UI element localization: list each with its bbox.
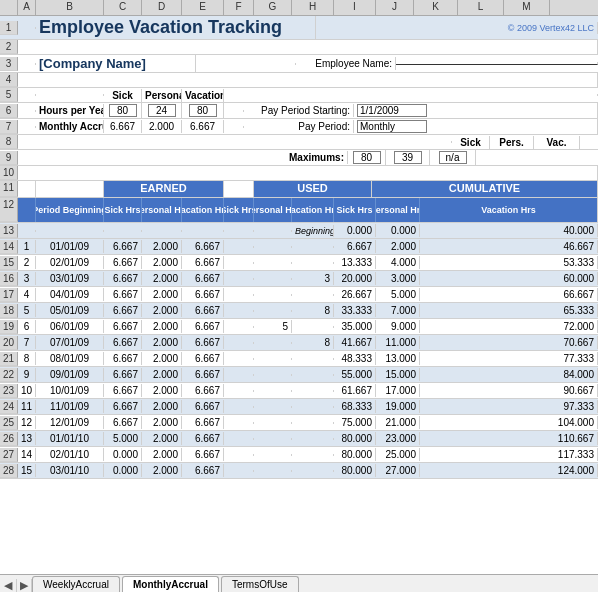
earned-vacation[interactable]: 6.667: [182, 448, 224, 461]
used-vacation[interactable]: [292, 374, 334, 376]
earned-sick[interactable]: 6.667: [104, 240, 142, 253]
used-sick[interactable]: [224, 438, 254, 440]
used-vacation[interactable]: [292, 294, 334, 296]
used-sick[interactable]: [224, 294, 254, 296]
used-personal[interactable]: [254, 374, 292, 376]
personal-hpy[interactable]: 24: [142, 103, 182, 118]
pay-period-starting-value[interactable]: 1/1/2009: [354, 103, 598, 118]
used-sick[interactable]: [224, 262, 254, 264]
earned-personal[interactable]: 2.000: [142, 272, 182, 285]
used-sick[interactable]: [224, 390, 254, 392]
period[interactable]: 06/01/09: [36, 320, 104, 333]
tab-termsofuse[interactable]: TermsOfUse: [221, 576, 299, 592]
used-sick[interactable]: [224, 246, 254, 248]
used-personal[interactable]: [254, 294, 292, 296]
used-personal[interactable]: [254, 262, 292, 264]
earned-sick[interactable]: 6.667: [104, 288, 142, 301]
tab-weeklyaccrual[interactable]: WeeklyAccrual: [32, 576, 120, 592]
used-sick[interactable]: [224, 422, 254, 424]
period[interactable]: 08/01/09: [36, 352, 104, 365]
earned-sick[interactable]: 0.000: [104, 464, 142, 477]
earned-personal[interactable]: 2.000: [142, 448, 182, 461]
earned-personal[interactable]: 2.000: [142, 464, 182, 477]
earned-vacation[interactable]: 6.667: [182, 400, 224, 413]
used-personal[interactable]: [254, 390, 292, 392]
earned-personal[interactable]: 2.000: [142, 320, 182, 333]
earned-personal[interactable]: 2.000: [142, 384, 182, 397]
used-personal[interactable]: 5: [254, 320, 292, 333]
used-vacation[interactable]: [292, 246, 334, 248]
used-vacation[interactable]: [292, 406, 334, 408]
used-vacation[interactable]: 8: [292, 304, 334, 317]
period[interactable]: 12/01/09: [36, 416, 104, 429]
used-personal[interactable]: [254, 342, 292, 344]
used-personal[interactable]: [254, 246, 292, 248]
earned-personal[interactable]: 2.000: [142, 352, 182, 365]
used-vacation[interactable]: [292, 454, 334, 456]
used-vacation[interactable]: 8: [292, 336, 334, 349]
pay-period-value[interactable]: Monthly: [354, 119, 598, 134]
beginning-balance-personal[interactable]: 0.000: [376, 224, 420, 237]
employee-name-field[interactable]: [396, 62, 598, 65]
earned-vacation[interactable]: 6.667: [182, 384, 224, 397]
tab-monthlyaccrual[interactable]: MonthlyAccrual: [122, 576, 219, 592]
earned-personal[interactable]: 2.000: [142, 256, 182, 269]
earned-sick[interactable]: 6.667: [104, 368, 142, 381]
earned-personal[interactable]: 2.000: [142, 368, 182, 381]
used-personal[interactable]: [254, 358, 292, 360]
earned-sick[interactable]: 6.667: [104, 384, 142, 397]
earned-vacation[interactable]: 6.667: [182, 288, 224, 301]
earned-sick[interactable]: 6.667: [104, 304, 142, 317]
earned-vacation[interactable]: 6.667: [182, 464, 224, 477]
vacation-hpy[interactable]: 80: [182, 103, 224, 118]
earned-personal[interactable]: 2.000: [142, 288, 182, 301]
period[interactable]: 05/01/09: [36, 304, 104, 317]
period[interactable]: 02/01/10: [36, 448, 104, 461]
earned-sick[interactable]: 6.667: [104, 352, 142, 365]
used-personal[interactable]: [254, 406, 292, 408]
earned-vacation[interactable]: 6.667: [182, 416, 224, 429]
earned-sick[interactable]: 0.000: [104, 448, 142, 461]
used-vacation[interactable]: [292, 438, 334, 440]
earned-vacation[interactable]: 6.667: [182, 304, 224, 317]
used-sick[interactable]: [224, 406, 254, 408]
period[interactable]: 09/01/09: [36, 368, 104, 381]
beginning-balance-vacation[interactable]: 40.000: [420, 224, 598, 237]
used-vacation[interactable]: [292, 358, 334, 360]
earned-vacation[interactable]: 6.667: [182, 352, 224, 365]
tab-nav-right[interactable]: ▶: [17, 579, 32, 592]
used-vacation[interactable]: [292, 326, 334, 328]
earned-sick[interactable]: 6.667: [104, 400, 142, 413]
earned-personal[interactable]: 2.000: [142, 336, 182, 349]
period[interactable]: 03/01/10: [36, 464, 104, 477]
earned-vacation[interactable]: 6.667: [182, 256, 224, 269]
period[interactable]: 03/01/09: [36, 272, 104, 285]
period[interactable]: 02/01/09: [36, 256, 104, 269]
used-sick[interactable]: [224, 342, 254, 344]
earned-personal[interactable]: 2.000: [142, 304, 182, 317]
used-sick[interactable]: [224, 278, 254, 280]
earned-personal[interactable]: 2.000: [142, 400, 182, 413]
earned-vacation[interactable]: 6.667: [182, 320, 224, 333]
earned-sick[interactable]: 6.667: [104, 416, 142, 429]
used-personal[interactable]: [254, 310, 292, 312]
earned-sick[interactable]: 6.667: [104, 320, 142, 333]
used-vacation[interactable]: [292, 390, 334, 392]
used-sick[interactable]: [224, 326, 254, 328]
period[interactable]: 10/01/09: [36, 384, 104, 397]
earned-personal[interactable]: 2.000: [142, 432, 182, 445]
used-personal[interactable]: [254, 278, 292, 280]
used-personal[interactable]: [254, 438, 292, 440]
earned-sick[interactable]: 6.667: [104, 272, 142, 285]
period[interactable]: 04/01/09: [36, 288, 104, 301]
earned-vacation[interactable]: 6.667: [182, 432, 224, 445]
sick-hpy[interactable]: 80: [104, 103, 142, 118]
used-personal[interactable]: [254, 454, 292, 456]
used-vacation[interactable]: [292, 422, 334, 424]
used-personal[interactable]: [254, 422, 292, 424]
earned-personal[interactable]: 2.000: [142, 416, 182, 429]
vac-max[interactable]: n/a: [430, 150, 476, 165]
period[interactable]: 11/01/09: [36, 400, 104, 413]
sick-max[interactable]: 80: [348, 150, 386, 165]
period[interactable]: 01/01/09: [36, 240, 104, 253]
